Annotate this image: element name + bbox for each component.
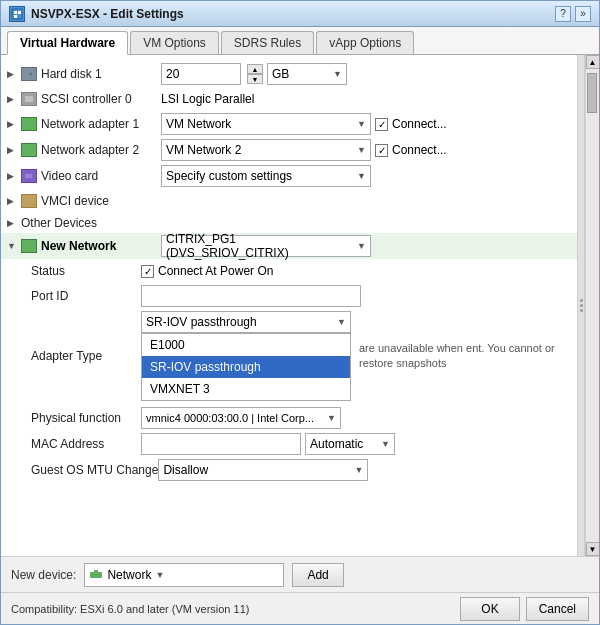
svg-rect-1	[14, 11, 17, 14]
tab-virtual-hardware[interactable]: Virtual Hardware	[7, 31, 128, 55]
adapter-type-label: Adapter Type	[31, 349, 141, 363]
status-value: Connect At Power On	[158, 264, 273, 278]
svg-rect-11	[27, 146, 31, 148]
help-button[interactable]: ?	[555, 6, 571, 22]
vmci-label: VMCI device	[41, 194, 161, 208]
new-device-arrow: ▼	[155, 570, 164, 580]
physical-function-row: Physical function vmnic4 0000:03:00.0 | …	[1, 405, 577, 431]
net1-controls: VM Network ▼ ✓ Connect...	[161, 113, 571, 135]
network-icon	[89, 569, 103, 581]
tab-vm-options[interactable]: VM Options	[130, 31, 219, 54]
hdd-icon	[21, 67, 37, 81]
spin-up[interactable]: ▲	[247, 64, 263, 74]
vmci-icon	[21, 194, 37, 208]
scroll-down[interactable]: ▼	[586, 542, 600, 556]
cancel-button[interactable]: Cancel	[526, 597, 589, 621]
video-expand[interactable]: ▶	[7, 171, 19, 181]
video-select[interactable]: Specify custom settings ▼	[161, 165, 371, 187]
net1-expand[interactable]: ▶	[7, 119, 19, 129]
settings-panel: ▶ Hard disk 1 20 ▲ ▼ GB	[1, 55, 577, 556]
minimize-button[interactable]: »	[575, 6, 591, 22]
adapter-type-select[interactable]: SR-IOV passthrough ▼	[141, 311, 351, 333]
net1-label: Network adapter 1	[41, 117, 161, 131]
net2-connect: ✓ Connect...	[375, 143, 447, 157]
other-devices-row[interactable]: ▶ Other Devices	[1, 213, 577, 233]
new-device-label: New device:	[11, 568, 76, 582]
dropdown-sr-iov[interactable]: SR-IOV passthrough	[142, 356, 350, 378]
hard-disk-row: ▶ Hard disk 1 20 ▲ ▼ GB	[1, 61, 577, 87]
svg-rect-3	[14, 15, 17, 18]
net2-select[interactable]: VM Network 2 ▼	[161, 139, 371, 161]
net2-expand[interactable]: ▶	[7, 145, 19, 155]
status-bar: Compatibility: ESXi 6.0 and later (VM ve…	[1, 592, 599, 624]
new-network-expand[interactable]: ▼	[7, 241, 19, 251]
net2-checkbox[interactable]: ✓	[375, 144, 388, 157]
dropdown-e1000[interactable]: E1000	[142, 334, 350, 356]
svg-rect-15	[24, 244, 34, 248]
svg-rect-10	[24, 148, 34, 152]
physical-function-label: Physical function	[31, 411, 141, 425]
svg-point-14	[25, 197, 33, 205]
svg-rect-16	[27, 242, 31, 244]
net-adapter-2-row: ▶ Network adapter 2 VM Network 2 ▼ ✓ Con…	[1, 137, 577, 163]
spacer	[1, 483, 577, 503]
window-title: NSVPX-ESX - Edit Settings	[31, 7, 184, 21]
hard-disk-value[interactable]: 20	[161, 63, 241, 85]
status-label: Status	[31, 264, 141, 278]
phys-arrow: ▼	[327, 413, 336, 423]
vmci-expand[interactable]: ▶	[7, 196, 19, 206]
port-id-input[interactable]	[141, 285, 361, 307]
status-checkbox[interactable]: ✓	[141, 265, 154, 278]
unit-arrow: ▼	[333, 69, 342, 79]
hard-disk-spinner: ▲ ▼	[247, 64, 263, 84]
titlebar-left: NSVPX-ESX - Edit Settings	[9, 6, 184, 22]
scroll-thumb[interactable]	[587, 73, 597, 113]
guest-mtu-select[interactable]: Disallow ▼	[158, 459, 368, 481]
new-network-arrow: ▼	[357, 241, 366, 251]
video-label: Video card	[41, 169, 161, 183]
net1-select[interactable]: VM Network ▼	[161, 113, 371, 135]
new-network-label: New Network	[41, 239, 161, 253]
new-device-value: Network	[107, 568, 151, 582]
resize-handle[interactable]	[577, 55, 585, 556]
other-expand[interactable]: ▶	[7, 218, 19, 228]
new-network-controls: CITRIX_PG1 (DVS_SRIOV_CITRIX) ▼	[161, 235, 571, 257]
scsi-icon	[21, 92, 37, 106]
tab-vapp-options[interactable]: vApp Options	[316, 31, 414, 54]
physical-function-select[interactable]: vmnic4 0000:03:00.0 | Intel Corp... ▼	[141, 407, 341, 429]
tab-sdrs-rules[interactable]: SDRS Rules	[221, 31, 314, 54]
port-id-label: Port ID	[31, 289, 141, 303]
svg-rect-9	[27, 120, 31, 122]
net1-connect: ✓ Connect...	[375, 117, 447, 131]
bottom-bar: New device: Network ▼ Add	[1, 556, 599, 592]
scsi-controls: LSI Logic Parallel	[161, 92, 571, 106]
port-id-row: Port ID	[1, 283, 577, 309]
mac-auto-arrow: ▼	[381, 439, 390, 449]
vmci-row: ▶ VMCI device	[1, 189, 577, 213]
scrollbar: ▲ ▼	[585, 55, 599, 556]
spin-down[interactable]: ▼	[247, 74, 263, 84]
unit-select[interactable]: GB ▼	[267, 63, 347, 85]
mac-address-input[interactable]	[141, 433, 301, 455]
hard-disk-label: Hard disk 1	[41, 67, 161, 81]
scroll-up[interactable]: ▲	[586, 55, 600, 69]
adapter-type-row: Adapter Type SR-IOV passthrough ▼ E1000 …	[1, 309, 577, 403]
scsi-expand[interactable]: ▶	[7, 94, 19, 104]
ok-button[interactable]: OK	[460, 597, 519, 621]
guest-mtu-row: Guest OS MTU Change Disallow ▼	[1, 457, 577, 483]
mac-auto-select[interactable]: Automatic ▼	[305, 433, 395, 455]
compatibility-text: Compatibility: ESXi 6.0 and later (VM ve…	[11, 603, 249, 615]
dropdown-vmxnet3[interactable]: VMXNET 3	[142, 378, 350, 400]
new-network-select[interactable]: CITRIX_PG1 (DVS_SRIOV_CITRIX) ▼	[161, 235, 371, 257]
dropdown-list: E1000 SR-IOV passthrough VMXNET 3	[141, 333, 351, 401]
hard-disk-expand[interactable]: ▶	[7, 69, 19, 79]
scroll-track	[587, 69, 599, 542]
add-button[interactable]: Add	[292, 563, 343, 587]
resize-dot-1	[580, 299, 583, 302]
net-adapter-1-row: ▶ Network adapter 1 VM Network ▼ ✓ Conne…	[1, 111, 577, 137]
new-device-select[interactable]: Network ▼	[84, 563, 284, 587]
new-network-icon	[21, 239, 37, 253]
video-arrow: ▼	[357, 171, 366, 181]
window-icon	[9, 6, 25, 22]
net1-checkbox[interactable]: ✓	[375, 118, 388, 131]
